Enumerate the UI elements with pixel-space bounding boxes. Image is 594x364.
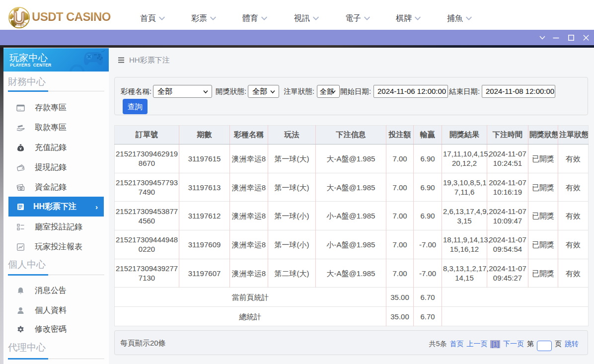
svg-text:CASINO: CASINO — [14, 23, 24, 26]
